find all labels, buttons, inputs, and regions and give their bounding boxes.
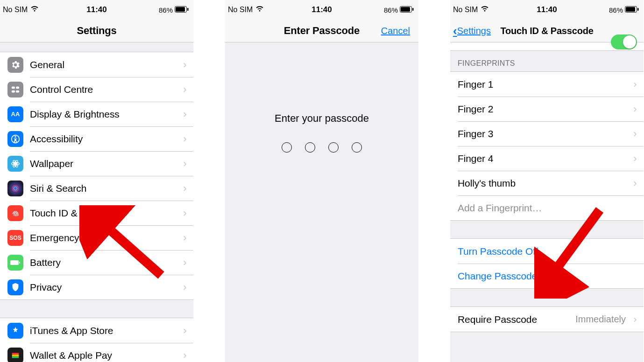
row-control-centre[interactable]: Control Centre › (0, 77, 193, 102)
chevron-right-icon: › (179, 207, 191, 219)
svg-rect-18 (12, 355, 19, 356)
row-wallet[interactable]: Wallet & Apple Pay › (0, 343, 193, 362)
row-fingerprint[interactable]: Finger 3 › (450, 121, 644, 146)
row-label: Display & Brightness (30, 109, 179, 120)
back-label: Settings (457, 26, 491, 36)
svg-rect-17 (12, 353, 19, 355)
chevron-right-icon: › (179, 325, 191, 337)
chevron-right-icon: › (179, 59, 191, 71)
chevron-right-icon: › (630, 78, 641, 90)
passcode-dots (225, 142, 418, 153)
svg-point-14 (14, 187, 17, 190)
row-fingerprint[interactable]: Holly's thumb › (450, 171, 644, 195)
row-label: Holly's thumb (458, 178, 630, 189)
screen-settings: No SIM 11:40 86% Settings General › (0, 0, 193, 362)
row-label: Finger 3 (458, 128, 630, 139)
passcode-dot (352, 142, 362, 153)
row-fingerprint[interactable]: Finger 1 › (450, 72, 644, 97)
page-title: Settings (77, 25, 116, 37)
wallet-icon (7, 348, 23, 362)
row-label: iTunes & App Store (30, 325, 179, 336)
passcode-dot (328, 142, 339, 153)
svg-point-8 (14, 136, 16, 137)
nav-bar: Enter Passcode Cancel (225, 20, 418, 42)
status-bar: No SIM 11:40 86% (0, 0, 193, 20)
svg-rect-6 (16, 90, 19, 92)
battery-icon (7, 255, 23, 271)
row-accessibility[interactable]: Accessibility › (0, 126, 193, 151)
cancel-button[interactable]: Cancel (381, 26, 410, 36)
svg-rect-26 (626, 7, 635, 12)
toggle-switch[interactable] (611, 35, 637, 49)
row-label: Finger 2 (458, 104, 630, 115)
row-label: Accessibility (30, 133, 179, 145)
svg-rect-3 (12, 86, 15, 89)
status-bar: No SIM 11:40 86% (225, 0, 418, 20)
row-label: General (30, 59, 179, 70)
row-touchid[interactable]: Touch ID & Passcode › (0, 201, 193, 225)
chevron-right-icon: › (179, 108, 191, 120)
svg-rect-19 (12, 356, 19, 358)
siri-icon (7, 181, 23, 196)
row-general[interactable]: General › (0, 52, 193, 77)
row-wallpaper[interactable]: Wallpaper › (0, 151, 193, 176)
sos-icon: SOS (7, 230, 23, 246)
row-privacy[interactable]: Privacy › (0, 275, 193, 299)
toggle-row-peek (450, 42, 644, 51)
row-fingerprint[interactable]: Finger 4 › (450, 146, 644, 171)
battery-icon (400, 6, 414, 14)
page-title: Enter Passcode (284, 25, 360, 37)
row-turn-passcode-off[interactable]: Turn Passcode Off (450, 239, 644, 264)
wifi-icon (255, 6, 264, 14)
row-label: Wallpaper (30, 158, 179, 169)
row-detail: Immediately (575, 314, 626, 325)
row-battery[interactable]: Battery › (0, 250, 193, 275)
carrier-label: No SIM (228, 6, 253, 14)
chevron-right-icon: › (179, 133, 191, 145)
chevron-right-icon: › (630, 128, 641, 140)
screen-touchid: No SIM 11:40 86% ‹ Settings Touch ID & P… (450, 0, 644, 362)
chevron-right-icon: › (179, 182, 191, 195)
row-siri[interactable]: Siri & Search › (0, 176, 193, 201)
row-change-passcode[interactable]: Change Passcode (450, 264, 644, 288)
chevron-right-icon: › (179, 281, 191, 293)
row-sos[interactable]: SOS Emergency SOS › (0, 225, 193, 250)
svg-point-13 (13, 185, 19, 191)
chevron-right-icon: › (179, 232, 191, 244)
require-passcode-section: Require Passcode Immediately › (450, 306, 644, 332)
wifi-icon (481, 6, 489, 14)
row-add-fingerprint[interactable]: Add a Fingerprint… (450, 195, 644, 220)
passcode-entry[interactable]: Enter your passcode (225, 42, 418, 362)
passcode-prompt: Enter your passcode (225, 42, 418, 142)
settings-group-main: General › Control Centre › AA Display & … (0, 52, 193, 300)
svg-rect-24 (412, 8, 414, 11)
row-require-passcode[interactable]: Require Passcode Immediately › (450, 307, 644, 332)
wifi-icon (30, 6, 39, 14)
wallpaper-icon (7, 156, 23, 172)
row-itunes[interactable]: iTunes & App Store › (0, 318, 193, 343)
row-label: Touch ID & Passcode (30, 208, 179, 219)
row-label: Turn Passcode Off (458, 246, 644, 257)
row-fingerprint[interactable]: Finger 2 › (450, 97, 644, 121)
carrier-label: No SIM (453, 6, 478, 14)
control-centre-icon (7, 82, 23, 97)
passcode-actions: Turn Passcode Off Change Passcode (450, 238, 644, 289)
row-label: Siri & Search (30, 183, 179, 194)
battery-percent: 86% (609, 6, 623, 14)
row-display[interactable]: AA Display & Brightness › (0, 102, 193, 126)
fingerprints-list: Finger 1 › Finger 2 › Finger 3 › Finger … (450, 71, 644, 221)
chevron-right-icon: › (630, 177, 641, 189)
svg-rect-27 (637, 8, 639, 11)
row-label: Change Passcode (458, 271, 644, 282)
row-label: Privacy (30, 282, 179, 293)
row-label: Control Centre (30, 84, 179, 95)
back-button[interactable]: ‹ Settings (453, 24, 491, 38)
display-brightness-icon: AA (7, 106, 23, 122)
row-label: Finger 4 (458, 153, 630, 164)
row-label: Battery (30, 257, 179, 268)
row-label: Add a Fingerprint… (458, 202, 644, 214)
chevron-left-icon: ‹ (453, 24, 457, 38)
passcode-dot (282, 142, 292, 153)
svg-rect-16 (19, 262, 20, 264)
chevron-right-icon: › (179, 158, 191, 170)
